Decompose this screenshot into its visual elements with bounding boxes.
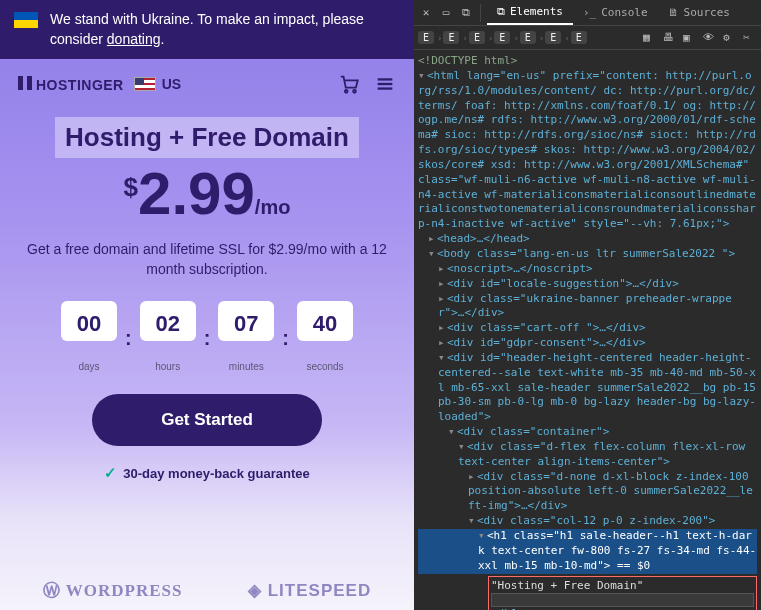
layout-icon[interactable]: ▦ [643, 31, 657, 45]
dom-line[interactable]: ▸<div class="ukraine-banner preheader-wr… [418, 292, 757, 322]
devtools-panel: ✕ ▭ ⧉ ⧉Elements ›_Console 🗎Sources E› E›… [414, 0, 761, 610]
eye-icon[interactable]: 👁 [703, 31, 717, 45]
breadcrumb-item[interactable]: E [443, 31, 459, 44]
hero-section: Hosting + Free Domain $ 2.99 /mo Get a f… [0, 109, 414, 565]
countdown-days: 00 days [61, 301, 117, 372]
dom-line[interactable]: ▸<div class="cart-off ">…</div> [418, 321, 757, 336]
dom-line[interactable]: ▾<body class="lang-en-us ltr summerSale2… [418, 247, 757, 262]
dom-line[interactable]: ▸<div id="locale-suggestion">…</div> [418, 277, 757, 292]
devtools-breadcrumb-bar: E› E› E› E› E› E› E ▦ 🖶 ▣ 👁 ⚙ ✂ [414, 26, 761, 50]
countdown-hours: 02 hours [140, 301, 196, 372]
paint-icon[interactable]: ▣ [683, 31, 697, 45]
guarantee-text: ✓ 30-day money-back guarantee [22, 464, 392, 482]
dom-line[interactable]: ▾<div id="header-height-centered header-… [418, 351, 757, 425]
dom-tree[interactable]: <!DOCTYPE html> ▾<html lang="en-us" pref… [414, 50, 761, 610]
breadcrumb-item[interactable]: E [520, 31, 536, 44]
settings-icon[interactable]: ⚙ [723, 31, 737, 45]
partner-logos: Ⓦ WORDPRESS ◈ LITESPEED [0, 565, 414, 610]
device-icon[interactable]: ⧉ [458, 5, 474, 21]
dom-line[interactable]: ▾<div class="col-12 p-0 z-index-200"> [418, 514, 757, 529]
dom-line[interactable]: ▸<div class="d-none d-xl-block z-index-1… [418, 470, 757, 515]
dom-line[interactable]: <!DOCTYPE html> [418, 54, 757, 69]
svg-point-1 [353, 90, 356, 93]
cart-icon[interactable] [338, 73, 360, 95]
wordpress-logo: Ⓦ WORDPRESS [43, 579, 183, 602]
dom-selected-h1[interactable]: ▾<h1 class="h1 sale-header--h1 text-h-da… [418, 529, 757, 574]
region-label[interactable]: US [162, 76, 181, 92]
tab-console[interactable]: ›_Console [573, 0, 658, 25]
check-icon: ✓ [104, 464, 117, 482]
hero-subtitle: Get a free domain and lifetime SSL for $… [22, 240, 392, 279]
print-icon[interactable]: 🖶 [663, 31, 677, 45]
banner-text: We stand with Ukraine. To make an impact… [50, 10, 400, 49]
dom-line[interactable]: ▾<div class="container"> [418, 425, 757, 440]
litespeed-logo: ◈ LITESPEED [248, 580, 371, 601]
tab-sources[interactable]: 🗎Sources [658, 0, 740, 25]
countdown-minutes: 07 minutes [218, 301, 274, 372]
devtools-toolbar: ✕ ▭ ⧉ ⧉Elements ›_Console 🗎Sources [414, 0, 761, 26]
breadcrumb-item[interactable]: E [494, 31, 510, 44]
breadcrumb-item[interactable]: E [545, 31, 561, 44]
site-header: HOSTINGER US [0, 59, 414, 109]
menu-icon[interactable] [374, 73, 396, 95]
dom-highlight-box: "Hosting + Free Domain" </h1> [488, 576, 757, 610]
hostinger-icon [18, 76, 32, 90]
countdown-timer: 00 days : 02 hours : 07 minutes : 40 sec… [22, 301, 392, 372]
hero-headline: Hosting + Free Domain [55, 117, 359, 158]
breadcrumb-item[interactable]: E [571, 31, 587, 44]
price-display: $ 2.99 /mo [22, 164, 392, 224]
donate-link[interactable]: donating [107, 31, 161, 47]
dom-line[interactable]: ▾<div class="d-flex flex-column flex-xl-… [418, 440, 757, 470]
dom-line[interactable]: ▸<head>…</head> [418, 232, 757, 247]
dom-line[interactable]: ▸<noscript>…</noscript> [418, 262, 757, 277]
ukraine-flag-icon [14, 12, 38, 28]
brand-logo[interactable]: HOSTINGER [18, 76, 124, 93]
breadcrumb-item[interactable]: E [418, 31, 434, 44]
scissors-icon[interactable]: ✂ [743, 31, 757, 45]
breadcrumb-item[interactable]: E [469, 31, 485, 44]
dom-line[interactable]: ▸<div id="gdpr-consent">…</div> [418, 336, 757, 351]
get-started-button[interactable]: Get Started [92, 394, 322, 446]
close-icon[interactable]: ✕ [418, 5, 434, 21]
tab-elements[interactable]: ⧉Elements [487, 0, 573, 25]
countdown-seconds: 40 seconds [297, 301, 353, 372]
dom-edit-input[interactable] [491, 593, 754, 607]
inspect-icon[interactable]: ▭ [438, 5, 454, 21]
website-preview: We stand with Ukraine. To make an impact… [0, 0, 414, 610]
us-flag-icon [134, 77, 156, 91]
svg-point-0 [345, 90, 348, 93]
dom-line[interactable]: ▾<html lang="en-us" prefix="content: htt… [418, 69, 757, 232]
ukraine-banner: We stand with Ukraine. To make an impact… [0, 0, 414, 59]
dom-text-node[interactable]: "Hosting + Free Domain" [491, 579, 754, 594]
